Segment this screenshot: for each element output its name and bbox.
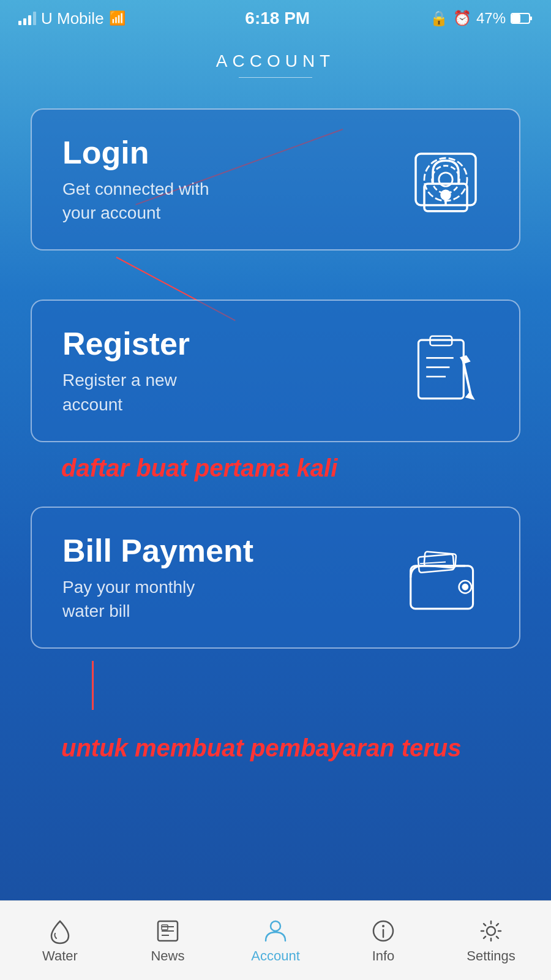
nav-account-label: Account: [251, 948, 300, 964]
login-card[interactable]: Login Get connected withyour account: [31, 108, 520, 251]
svg-point-29: [271, 921, 280, 931]
login-card-title: Login: [62, 134, 391, 171]
lock-icon: 🔒: [430, 10, 448, 27]
svg-point-5: [432, 166, 460, 194]
status-bar: U Mobile 📶 6:18 PM 🔒 ⏰ 47%: [0, 0, 551, 33]
login-card-subtitle: Get connected withyour account: [62, 177, 391, 225]
battery-label: 47%: [476, 10, 506, 27]
cards-container: Login Get connected withyour account: [0, 90, 551, 780]
alarm-icon: ⏰: [453, 10, 471, 27]
wifi-icon: 📶: [109, 10, 126, 26]
page-title-area: ACCOUNT: [0, 33, 551, 90]
nav-info-label: Info: [372, 948, 395, 964]
carrier-label: U Mobile: [41, 9, 104, 28]
person-icon: [262, 918, 289, 944]
battery-icon: [511, 12, 533, 24]
bill-annotation: untuk membuat pembayaran terus: [31, 734, 520, 762]
nav-settings-label: Settings: [467, 948, 515, 964]
svg-marker-17: [467, 393, 473, 398]
svg-point-33: [487, 927, 495, 935]
nav-info[interactable]: Info: [329, 918, 437, 964]
bill-payment-card[interactable]: Bill Payment Pay your monthlywater bill: [31, 507, 520, 649]
water-drop-icon: [47, 918, 73, 944]
nav-news-label: News: [151, 948, 184, 964]
title-underline: [239, 77, 312, 78]
signal-icon: [18, 12, 36, 25]
register-card-subtitle: Register a newaccount: [62, 368, 391, 416]
nav-water-label: Water: [42, 948, 78, 964]
nav-water[interactable]: Water: [6, 918, 114, 964]
svg-point-8: [441, 190, 450, 199]
page-title: ACCOUNT: [0, 51, 551, 71]
login-card-icon: [403, 137, 489, 222]
svg-rect-10: [418, 340, 463, 398]
login-card-text: Login Get connected withyour account: [62, 134, 391, 225]
register-card-title: Register: [62, 325, 391, 362]
register-card[interactable]: Register Register a newaccount: [31, 300, 520, 442]
annotation-arrow-bill: [92, 661, 94, 710]
bill-payment-card-subtitle: Pay your monthlywater bill: [62, 575, 391, 623]
gear-icon: [478, 918, 504, 944]
svg-rect-1: [530, 17, 532, 20]
bill-payment-card-text: Bill Payment Pay your monthlywater bill: [62, 532, 391, 623]
news-icon: [154, 918, 181, 944]
nav-news[interactable]: News: [114, 918, 222, 964]
register-annotation: daftar buat pertama kali: [31, 454, 520, 482]
bill-payment-card-icon: [403, 535, 489, 620]
status-right: 🔒 ⏰ 47%: [430, 10, 533, 27]
status-left: U Mobile 📶: [18, 9, 126, 28]
nav-account[interactable]: Account: [222, 918, 329, 964]
svg-point-20: [463, 584, 468, 589]
register-card-icon: [403, 328, 489, 414]
svg-point-32: [382, 925, 384, 927]
bill-payment-card-title: Bill Payment: [62, 532, 391, 569]
bottom-nav: Water News Account: [0, 900, 551, 980]
svg-rect-2: [512, 14, 520, 23]
info-icon: [370, 918, 397, 944]
nav-settings[interactable]: Settings: [437, 918, 545, 964]
register-card-text: Register Register a newaccount: [62, 325, 391, 416]
status-time: 6:18 PM: [245, 9, 310, 28]
